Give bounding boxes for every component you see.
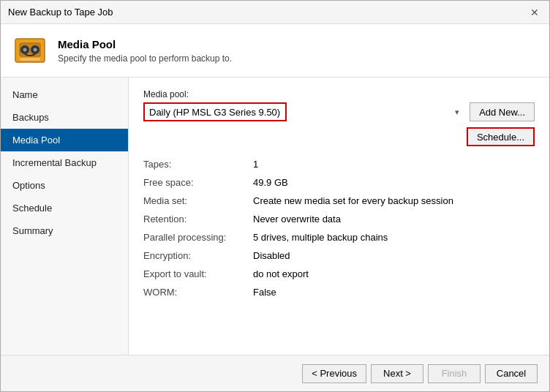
- table-row: Parallel processing:5 drives, multiple b…: [143, 228, 535, 246]
- schedule-button[interactable]: Schedule...: [467, 127, 535, 146]
- info-label: Encryption:: [143, 246, 253, 265]
- info-value: 49.9 GB: [253, 173, 535, 192]
- header-title: Media Pool: [58, 38, 232, 50]
- table-row: Retention:Never overwrite data: [143, 210, 535, 228]
- table-row: Encryption:Disabled: [143, 246, 535, 265]
- sidebar-item-summary[interactable]: Summary: [1, 219, 128, 242]
- table-row: Tapes:1: [143, 155, 535, 173]
- table-row: Export to vault:do not export: [143, 265, 535, 283]
- info-label: Tapes:: [143, 155, 253, 173]
- info-value: 5 drives, multiple backup chains: [253, 228, 535, 246]
- header-text: Media Pool Specify the media pool to per…: [58, 38, 232, 64]
- dialog-title: New Backup to Tape Job: [8, 7, 113, 18]
- table-row: Free space:49.9 GB: [143, 173, 535, 192]
- info-table: Tapes:1Free space:49.9 GBMedia set:Creat…: [143, 155, 535, 301]
- svg-point-3: [23, 48, 27, 52]
- sidebar-item-options[interactable]: Options: [1, 174, 128, 197]
- title-bar: New Backup to Tape Job ✕: [1, 1, 549, 24]
- tape-icon: [12, 33, 48, 68]
- svg-rect-6: [20, 58, 40, 61]
- info-value: 1: [253, 155, 535, 173]
- media-pool-label: Media pool:: [143, 89, 535, 99]
- sidebar-item-incremental-backup[interactable]: Incremental Backup: [1, 151, 128, 174]
- media-pool-dropdown[interactable]: Daily (HP MSL G3 Series 9.50): [143, 102, 287, 121]
- info-label: Free space:: [143, 173, 253, 192]
- header-section: Media Pool Specify the media pool to per…: [1, 24, 549, 78]
- info-label: Media set:: [143, 192, 253, 210]
- cancel-button[interactable]: Cancel: [485, 364, 538, 383]
- next-button[interactable]: Next >: [371, 364, 423, 383]
- info-label: WORM:: [143, 283, 253, 301]
- table-row: WORM:False: [143, 283, 535, 301]
- info-value: Disabled: [253, 246, 535, 265]
- info-label: Retention:: [143, 210, 253, 228]
- dropdown-row: Daily (HP MSL G3 Series 9.50) Add New...: [143, 102, 535, 121]
- previous-button[interactable]: < Previous: [302, 364, 366, 383]
- media-pool-dropdown-wrapper: Daily (HP MSL G3 Series 9.50): [143, 102, 464, 121]
- main-panel: Media pool: Daily (HP MSL G3 Series 9.50…: [129, 78, 549, 355]
- info-label: Parallel processing:: [143, 228, 253, 246]
- add-new-button[interactable]: Add New...: [470, 102, 535, 121]
- info-label: Export to vault:: [143, 265, 253, 283]
- close-button[interactable]: ✕: [527, 5, 542, 20]
- info-value: do not export: [253, 265, 535, 283]
- sidebar-item-media-pool[interactable]: Media Pool: [1, 129, 128, 151]
- finish-button[interactable]: Finish: [428, 364, 481, 383]
- dialog: New Backup to Tape Job ✕: [0, 0, 550, 392]
- schedule-row: Schedule...: [143, 127, 535, 146]
- svg-point-5: [34, 48, 37, 52]
- info-value: Create new media set for every backup se…: [253, 192, 535, 210]
- header-description: Specify the media pool to perform backup…: [58, 53, 232, 64]
- content-area: NameBackupsMedia PoolIncremental BackupO…: [1, 78, 549, 355]
- info-value: False: [253, 283, 535, 301]
- info-value: Never overwrite data: [253, 210, 535, 228]
- sidebar-item-schedule[interactable]: Schedule: [1, 197, 128, 219]
- sidebar: NameBackupsMedia PoolIncremental BackupO…: [1, 78, 129, 355]
- sidebar-item-backups[interactable]: Backups: [1, 106, 128, 129]
- table-row: Media set:Create new media set for every…: [143, 192, 535, 210]
- sidebar-item-name[interactable]: Name: [1, 83, 128, 106]
- footer: < Previous Next > Finish Cancel: [1, 355, 549, 391]
